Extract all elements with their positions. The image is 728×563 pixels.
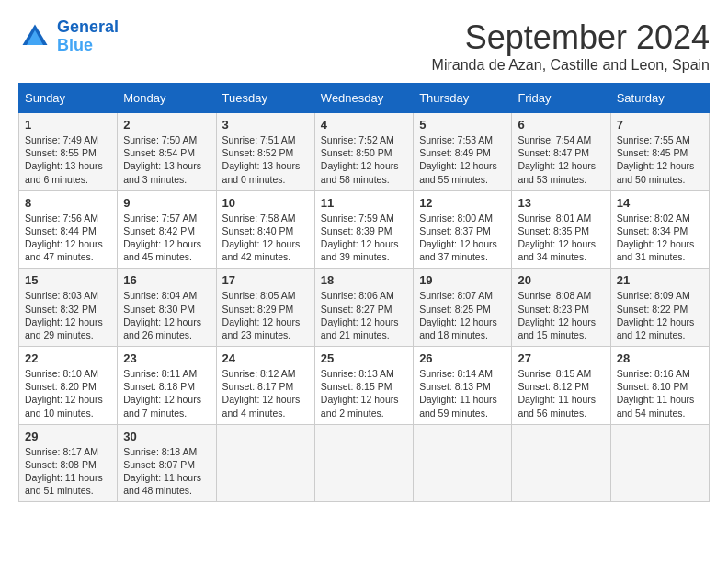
day-number: 5 [419, 118, 506, 132]
calendar-cell: 3Sunrise: 7:51 AMSunset: 8:52 PMDaylight… [216, 113, 314, 191]
day-info: Sunrise: 7:50 AMSunset: 8:54 PMDaylight:… [123, 133, 210, 186]
day-number: 26 [419, 351, 506, 365]
calendar-week-row: 29Sunrise: 8:17 AMSunset: 8:08 PMDayligh… [19, 424, 710, 502]
logo: General Blue [18, 18, 119, 55]
day-info: Sunrise: 8:05 AMSunset: 8:29 PMDaylight:… [222, 289, 309, 341]
column-header-sunday: Sunday [19, 84, 118, 113]
calendar-cell: 15Sunrise: 8:03 AMSunset: 8:32 PMDayligh… [19, 269, 118, 347]
day-info: Sunrise: 8:17 AMSunset: 8:08 PMDaylight:… [25, 445, 111, 498]
day-info: Sunrise: 8:02 AMSunset: 8:34 PMDaylight:… [617, 212, 703, 264]
calendar-cell [216, 424, 314, 502]
calendar-cell [414, 424, 512, 502]
day-info: Sunrise: 8:13 AMSunset: 8:15 PMDaylight:… [321, 367, 407, 419]
calendar-cell: 17Sunrise: 8:05 AMSunset: 8:29 PMDayligh… [216, 269, 314, 347]
calendar-cell: 13Sunrise: 8:01 AMSunset: 8:35 PMDayligh… [512, 190, 610, 269]
day-number: 6 [518, 118, 604, 132]
day-number: 21 [617, 273, 703, 287]
day-info: Sunrise: 7:55 AMSunset: 8:45 PMDaylight:… [617, 133, 703, 186]
calendar-cell: 28Sunrise: 8:16 AMSunset: 8:10 PMDayligh… [610, 347, 709, 425]
title-area: September 2024 Miranda de Azan, Castille… [432, 18, 710, 74]
calendar-cell: 20Sunrise: 8:08 AMSunset: 8:23 PMDayligh… [512, 269, 610, 347]
calendar-cell: 26Sunrise: 8:14 AMSunset: 8:13 PMDayligh… [414, 347, 512, 425]
calendar-cell: 22Sunrise: 8:10 AMSunset: 8:20 PMDayligh… [19, 347, 118, 425]
day-info: Sunrise: 7:58 AMSunset: 8:40 PMDaylight:… [222, 212, 309, 264]
day-info: Sunrise: 8:16 AMSunset: 8:10 PMDaylight:… [617, 367, 703, 419]
column-header-tuesday: Tuesday [216, 84, 314, 113]
calendar-cell: 4Sunrise: 7:52 AMSunset: 8:50 PMDaylight… [314, 113, 413, 191]
column-header-thursday: Thursday [414, 84, 512, 113]
calendar-week-row: 1Sunrise: 7:49 AMSunset: 8:55 PMDaylight… [19, 113, 710, 191]
day-number: 28 [617, 351, 703, 365]
day-info: Sunrise: 8:18 AMSunset: 8:07 PMDaylight:… [123, 445, 210, 498]
day-number: 18 [321, 273, 407, 287]
day-info: Sunrise: 7:57 AMSunset: 8:42 PMDaylight:… [123, 212, 210, 264]
calendar-cell: 1Sunrise: 7:49 AMSunset: 8:55 PMDaylight… [19, 113, 118, 191]
calendar-cell: 10Sunrise: 7:58 AMSunset: 8:40 PMDayligh… [216, 190, 314, 269]
calendar-week-row: 15Sunrise: 8:03 AMSunset: 8:32 PMDayligh… [19, 269, 710, 347]
logo-icon [18, 20, 51, 53]
day-number: 1 [25, 118, 111, 132]
day-number: 22 [25, 351, 111, 365]
calendar-cell: 27Sunrise: 8:15 AMSunset: 8:12 PMDayligh… [512, 347, 610, 425]
day-number: 30 [123, 430, 210, 443]
calendar-cell: 14Sunrise: 8:02 AMSunset: 8:34 PMDayligh… [610, 190, 709, 269]
day-info: Sunrise: 8:08 AMSunset: 8:23 PMDaylight:… [518, 289, 604, 341]
day-info: Sunrise: 7:54 AMSunset: 8:47 PMDaylight:… [518, 133, 604, 186]
calendar-cell: 18Sunrise: 8:06 AMSunset: 8:27 PMDayligh… [314, 269, 413, 347]
day-info: Sunrise: 8:10 AMSunset: 8:20 PMDaylight:… [25, 367, 111, 419]
calendar-cell [314, 424, 413, 502]
logo-text: General Blue [57, 18, 119, 55]
calendar-cell: 9Sunrise: 7:57 AMSunset: 8:42 PMDaylight… [118, 190, 216, 269]
day-number: 13 [518, 196, 604, 210]
day-info: Sunrise: 8:00 AMSunset: 8:37 PMDaylight:… [419, 212, 506, 264]
day-number: 20 [518, 273, 604, 287]
calendar-cell: 29Sunrise: 8:17 AMSunset: 8:08 PMDayligh… [19, 424, 118, 502]
column-header-monday: Monday [118, 84, 216, 113]
calendar-cell: 21Sunrise: 8:09 AMSunset: 8:22 PMDayligh… [610, 269, 709, 347]
day-info: Sunrise: 8:03 AMSunset: 8:32 PMDaylight:… [25, 289, 111, 341]
day-number: 9 [123, 196, 210, 210]
calendar-cell [610, 424, 709, 502]
day-info: Sunrise: 8:12 AMSunset: 8:17 PMDaylight:… [222, 367, 309, 419]
day-number: 19 [419, 273, 506, 287]
day-info: Sunrise: 7:53 AMSunset: 8:49 PMDaylight:… [419, 133, 506, 186]
day-number: 11 [321, 196, 407, 210]
day-number: 17 [222, 273, 309, 287]
day-info: Sunrise: 7:52 AMSunset: 8:50 PMDaylight:… [321, 133, 407, 186]
day-number: 7 [617, 118, 703, 132]
day-number: 27 [518, 351, 604, 365]
calendar-header-row: SundayMondayTuesdayWednesdayThursdayFrid… [19, 84, 710, 113]
calendar-cell: 12Sunrise: 8:00 AMSunset: 8:37 PMDayligh… [414, 190, 512, 269]
calendar-cell: 5Sunrise: 7:53 AMSunset: 8:49 PMDaylight… [414, 113, 512, 191]
day-info: Sunrise: 8:11 AMSunset: 8:18 PMDaylight:… [123, 367, 210, 419]
day-number: 24 [222, 351, 309, 365]
day-info: Sunrise: 8:14 AMSunset: 8:13 PMDaylight:… [419, 367, 506, 419]
day-info: Sunrise: 8:04 AMSunset: 8:30 PMDaylight:… [123, 289, 210, 341]
column-header-saturday: Saturday [610, 84, 709, 113]
day-info: Sunrise: 8:07 AMSunset: 8:25 PMDaylight:… [419, 289, 506, 341]
calendar-cell: 25Sunrise: 8:13 AMSunset: 8:15 PMDayligh… [314, 347, 413, 425]
month-title: September 2024 [432, 18, 710, 57]
calendar-cell: 19Sunrise: 8:07 AMSunset: 8:25 PMDayligh… [414, 269, 512, 347]
day-number: 2 [123, 118, 210, 132]
calendar-week-row: 22Sunrise: 8:10 AMSunset: 8:20 PMDayligh… [19, 347, 710, 425]
day-info: Sunrise: 8:06 AMSunset: 8:27 PMDaylight:… [321, 289, 407, 341]
day-number: 8 [25, 196, 111, 210]
calendar-cell: 11Sunrise: 7:59 AMSunset: 8:39 PMDayligh… [314, 190, 413, 269]
column-header-wednesday: Wednesday [314, 84, 413, 113]
day-number: 25 [321, 351, 407, 365]
header: General Blue September 2024 Miranda de A… [18, 18, 710, 74]
calendar-cell: 16Sunrise: 8:04 AMSunset: 8:30 PMDayligh… [118, 269, 216, 347]
day-number: 4 [321, 118, 407, 132]
day-number: 29 [25, 430, 111, 443]
calendar-cell: 8Sunrise: 7:56 AMSunset: 8:44 PMDaylight… [19, 190, 118, 269]
column-header-friday: Friday [512, 84, 610, 113]
day-number: 23 [123, 351, 210, 365]
day-info: Sunrise: 7:56 AMSunset: 8:44 PMDaylight:… [25, 212, 111, 264]
day-info: Sunrise: 8:09 AMSunset: 8:22 PMDaylight:… [617, 289, 703, 341]
day-info: Sunrise: 8:01 AMSunset: 8:35 PMDaylight:… [518, 212, 604, 264]
location-subtitle: Miranda de Azan, Castille and Leon, Spai… [432, 57, 710, 74]
calendar-cell: 2Sunrise: 7:50 AMSunset: 8:54 PMDaylight… [118, 113, 216, 191]
day-number: 16 [123, 273, 210, 287]
calendar-cell: 23Sunrise: 8:11 AMSunset: 8:18 PMDayligh… [118, 347, 216, 425]
